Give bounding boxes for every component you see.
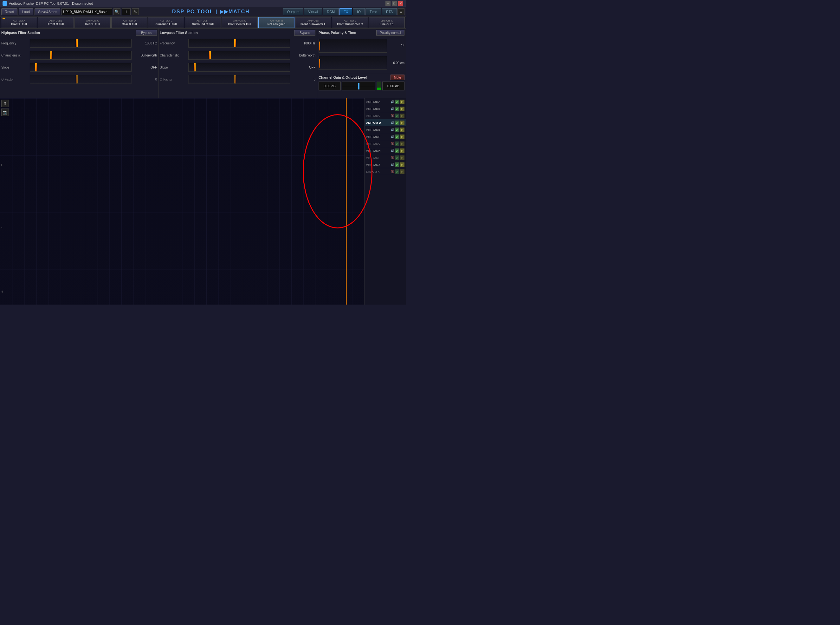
ch-k-a-btn[interactable]: A (395, 169, 399, 174)
lowpass-bypass-button[interactable]: Bypass (294, 30, 315, 36)
lp-q-thumb[interactable] (234, 75, 236, 84)
ch-i-a-btn[interactable]: A (395, 155, 399, 160)
lp-freq-thumb[interactable] (234, 39, 236, 47)
channel-line-k[interactable]: Line Out K Line Out 1 (369, 17, 405, 28)
ch-a-p-btn[interactable]: P (400, 100, 405, 104)
lowpass-section: Lowpass Filter Section Bypass Frequency … (158, 28, 317, 98)
ch-c-a-btn[interactable]: A (395, 113, 399, 118)
ch-j-p-btn[interactable]: P (400, 162, 405, 167)
side-ch-amp-e[interactable]: AMP Out E 🔊 A P (365, 126, 406, 133)
channel-amp-e[interactable]: AMP Out E Surround L Full (148, 17, 184, 28)
maximize-button[interactable]: □ (392, 1, 397, 6)
ch-b-p-btn[interactable]: P (400, 107, 405, 111)
side-ch-amp-i[interactable]: AMP Out I 🔇 A P (365, 154, 406, 161)
upload-icon[interactable]: ⬆ (1, 100, 9, 107)
gain-slider-thumb[interactable] (358, 83, 360, 89)
channel-amp-c[interactable]: AMP Out C Rear L Full (74, 17, 111, 28)
side-ch-amp-b[interactable]: AMP Out B 🔊 A P (365, 105, 406, 112)
side-ch-amp-f[interactable]: AMP Out F 🔊 A P (365, 133, 406, 140)
ch-g-p-btn[interactable]: P (400, 141, 405, 146)
channel-amp-j[interactable]: AMP Out J Front Subwoofer R (332, 17, 368, 28)
phase-cm-row: 0.00 cm (319, 54, 405, 71)
side-ch-amp-h[interactable]: AMP Out H 🔊 A P (365, 147, 406, 154)
nav-virtual[interactable]: Virtual (304, 8, 322, 15)
hp-freq-slider[interactable] (30, 39, 132, 48)
preset-input[interactable] (62, 8, 112, 15)
ch-g-a-btn[interactable]: A (395, 141, 399, 146)
channel-amp-b[interactable]: AMP Out B Front R Full (38, 17, 74, 28)
side-ch-amp-c[interactable]: AMP Out C 🔇 A P (365, 112, 406, 119)
lp-slope-value: OFF (290, 66, 315, 69)
ch-e-a-btn[interactable]: A (395, 127, 399, 132)
search-icon[interactable]: 🔍 (113, 8, 121, 15)
ch-i-p-btn[interactable]: P (400, 155, 405, 160)
polarity-button[interactable]: Polarity normal (376, 30, 405, 36)
phase-cm-slider[interactable] (319, 56, 387, 70)
lp-slope-thumb[interactable] (194, 63, 195, 72)
camera-icon[interactable]: 📷 (1, 109, 9, 116)
ch-c-p-btn[interactable]: P (400, 113, 405, 118)
side-ch-amp-a[interactable]: AMP Out A 🔊 A P (365, 98, 406, 105)
side-ch-amp-g[interactable]: AMP Out G 🔇 A P (365, 140, 406, 147)
nav-rta[interactable]: RTA (382, 8, 397, 15)
eq-chart[interactable]: 10 5 0 -5 -10 -15 -20 -25 25 31.5 40 50 … (0, 98, 364, 305)
nav-dcm[interactable]: DCM (323, 8, 339, 15)
ch-j-a-btn[interactable]: A (395, 162, 399, 167)
nav-outputs[interactable]: Outputs (283, 8, 304, 15)
ch-e-p-btn[interactable]: P (400, 127, 405, 132)
hp-char-thumb[interactable] (50, 51, 52, 59)
edit-icon[interactable]: ✎ (132, 8, 139, 15)
nav-io[interactable]: IO (353, 8, 365, 15)
phase-degrees-slider[interactable] (319, 39, 387, 53)
phase-degrees-thumb[interactable] (319, 42, 320, 50)
hp-q-thumb[interactable] (76, 75, 77, 84)
ch-f-p-btn[interactable]: P (400, 135, 405, 139)
channel-amp-a[interactable]: AMP Out A Front L Full (1, 17, 37, 28)
load-button[interactable]: Load (19, 8, 33, 15)
channel-amp-i[interactable]: AMP Out I Front Subwoofer L (295, 17, 331, 28)
lp-char-label: Characteristic (160, 54, 188, 57)
channel-amp-g[interactable]: AMP Out G Front Center Full (222, 17, 258, 28)
nav-fx[interactable]: FX (339, 8, 352, 15)
side-ch-line-k[interactable]: Line Out K 🔇 A P (365, 168, 406, 175)
nav-time[interactable]: Time (366, 8, 381, 15)
lp-slope-slider[interactable] (188, 63, 290, 72)
channel-amp-d[interactable]: AMP Out D Rear R Full (111, 17, 147, 28)
lp-q-slider[interactable] (188, 75, 290, 84)
gain-slider[interactable] (342, 82, 375, 90)
hp-slope-slider[interactable] (30, 63, 132, 72)
side-ch-amp-j[interactable]: AMP Out J 🔊 A P (365, 161, 406, 168)
phase-cm-thumb[interactable] (319, 59, 320, 68)
ch-k-p-btn[interactable]: P (400, 169, 405, 174)
channel-list: AMP Out A 🔊 A P AMP Out B 🔊 A P (365, 98, 406, 305)
ch-a-a-btn[interactable]: A (395, 100, 399, 104)
lp-char-slider[interactable] (188, 51, 290, 60)
channel-amp-h[interactable]: AMP Out H Not assigned (258, 17, 294, 28)
highpass-bypass-button[interactable]: Bypass (136, 30, 157, 36)
ch-d-a-btn[interactable]: A (395, 121, 399, 125)
hp-char-slider[interactable] (30, 51, 132, 60)
close-button[interactable]: ✕ (398, 1, 403, 6)
menu-icon[interactable]: ≡ (397, 8, 405, 15)
lp-freq-slider[interactable] (188, 39, 290, 48)
mute-button[interactable]: Mute (391, 75, 405, 80)
ch-b-a-btn[interactable]: A (395, 107, 399, 111)
ch-h-p-btn[interactable]: P (400, 148, 405, 153)
lp-char-thumb[interactable] (209, 51, 211, 59)
hp-freq-thumb[interactable] (76, 39, 77, 47)
hp-slope-thumb[interactable] (35, 63, 37, 72)
channel-amp-f[interactable]: AMP Out F Surround R Full (185, 17, 221, 28)
save-button[interactable]: Save&Store (34, 8, 60, 15)
ch-d-p-btn[interactable]: P (400, 121, 405, 125)
side-ch-amp-d[interactable]: AMP Out D 🔊 A P (365, 119, 406, 126)
minimize-button[interactable]: ─ (386, 1, 391, 6)
ch-h-a-btn[interactable]: A (395, 148, 399, 153)
ch-f-a-btn[interactable]: A (395, 135, 399, 139)
lowpass-title: Lowpass Filter Section (160, 31, 198, 34)
toolbar: Reset Load Save&Store 🔍 ✎ DSP PC-TOOL | … (0, 7, 406, 17)
number-input[interactable] (122, 8, 130, 15)
hp-freq-value: 1000 Hz (132, 42, 157, 45)
hp-q-slider[interactable] (30, 75, 132, 84)
reset-button[interactable]: Reset (1, 8, 17, 15)
phase-degrees-value: 0 ° (387, 44, 405, 48)
